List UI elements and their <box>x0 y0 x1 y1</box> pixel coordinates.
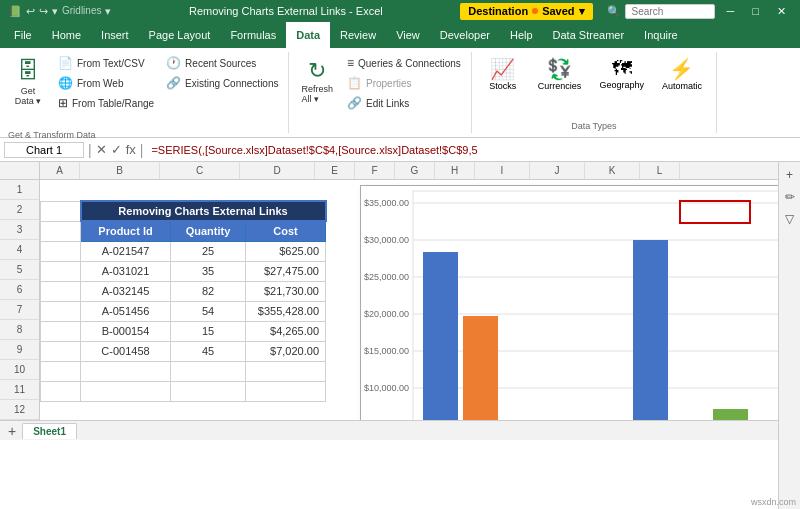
minimize-button[interactable]: ─ <box>721 5 741 18</box>
tab-formulas[interactable]: Formulas <box>220 22 286 48</box>
tab-page-layout[interactable]: Page Layout <box>139 22 221 48</box>
toolbar-dropdown[interactable]: ▾ <box>105 5 111 18</box>
add-sheet-button[interactable]: + <box>4 423 20 439</box>
product-id-5[interactable]: B-000154 <box>81 321 171 341</box>
product-id-2[interactable]: A-031021 <box>81 261 171 281</box>
tab-home[interactable]: Home <box>42 22 91 48</box>
title-bar: 📗 ↩ ↪ ▾ Gridlines ▾ Removing Charts Exte… <box>0 0 800 22</box>
chart-styles-button[interactable]: ✏ <box>781 188 799 206</box>
geography-label: Geography <box>599 80 644 90</box>
cost-4[interactable]: $355,428.00 <box>246 301 326 321</box>
chart-container[interactable]: $35,000.00 $30,000.00 $25,000.00 $20,000… <box>360 185 778 420</box>
currencies-button[interactable]: 💱 Currencies <box>530 54 590 94</box>
name-box[interactable] <box>4 142 84 158</box>
from-web-button[interactable]: 🌐 From Web <box>54 74 158 92</box>
existing-connections-button[interactable]: 🔗 Existing Connections <box>162 74 282 92</box>
empty-cell[interactable] <box>41 361 81 381</box>
bar-2[interactable] <box>463 316 498 420</box>
tab-review[interactable]: Review <box>330 22 386 48</box>
bar-5[interactable] <box>633 240 668 420</box>
qty-1[interactable]: 25 <box>171 241 246 261</box>
product-id-6[interactable]: C-001458 <box>81 341 171 361</box>
col-header-d: D <box>240 162 315 179</box>
confirm-formula-icon[interactable]: ✓ <box>111 142 122 157</box>
geography-button[interactable]: 🗺 Geography <box>591 54 652 94</box>
search-input[interactable] <box>625 4 715 19</box>
from-text-csv-button[interactable]: 📄 From Text/CSV <box>54 54 158 72</box>
empty-cell[interactable] <box>41 281 81 301</box>
formula-input[interactable] <box>147 143 796 157</box>
insert-function-icon[interactable]: fx <box>126 142 136 157</box>
grid-area[interactable]: Removing Charts External Links Product I… <box>40 180 778 420</box>
tab-data-streamer[interactable]: Data Streamer <box>543 22 635 48</box>
product-id-4[interactable]: A-051456 <box>81 301 171 321</box>
sheet-tabs: + Sheet1 <box>0 420 778 440</box>
data-table: Removing Charts External Links Product I… <box>40 200 327 402</box>
cost-2[interactable]: $27,475.00 <box>246 261 326 281</box>
refresh-icon: ↻ <box>308 58 326 84</box>
qty-6[interactable]: 45 <box>171 341 246 361</box>
tab-view[interactable]: View <box>386 22 430 48</box>
cost-6[interactable]: $7,020.00 <box>246 341 326 361</box>
quick-access-icon[interactable]: ▾ <box>52 5 58 18</box>
empty-cell[interactable] <box>81 361 171 381</box>
col-header-a: A <box>40 162 80 179</box>
empty-cell[interactable] <box>41 241 81 261</box>
tab-developer[interactable]: Developer <box>430 22 500 48</box>
empty-cell[interactable] <box>41 381 81 401</box>
empty-cell[interactable] <box>41 201 81 221</box>
destination-badge[interactable]: Destination Saved ▾ <box>460 3 592 20</box>
close-button[interactable]: ✕ <box>771 5 792 18</box>
cost-5[interactable]: $4,265.00 <box>246 321 326 341</box>
qty-3[interactable]: 82 <box>171 281 246 301</box>
empty-cell[interactable] <box>41 221 81 241</box>
product-id-3[interactable]: A-032145 <box>81 281 171 301</box>
empty-cell[interactable] <box>171 381 246 401</box>
from-table-button[interactable]: ⊞ From Table/Range <box>54 94 158 112</box>
tab-file[interactable]: File <box>4 22 42 48</box>
queries-connections-button[interactable]: ≡ Queries & Connections <box>343 54 465 72</box>
recent-sources-button[interactable]: 🕐 Recent Sources <box>162 54 282 72</box>
destination-arrow[interactable]: ▾ <box>579 5 585 18</box>
redo-icon[interactable]: ↪ <box>39 5 48 18</box>
automatic-button[interactable]: ⚡ Automatic <box>654 54 710 94</box>
empty-cell[interactable] <box>171 361 246 381</box>
maximize-button[interactable]: □ <box>746 5 765 18</box>
empty-cell[interactable] <box>41 261 81 281</box>
cancel-formula-icon[interactable]: ✕ <box>96 142 107 157</box>
chart-elements-button[interactable]: + <box>781 166 799 184</box>
cost-3[interactable]: $21,730.00 <box>246 281 326 301</box>
get-data-button[interactable]: 🗄 GetData ▾ <box>6 54 50 110</box>
chart-filters-button[interactable]: ▽ <box>781 210 799 228</box>
empty-cell[interactable] <box>41 321 81 341</box>
qty-4[interactable]: 54 <box>171 301 246 321</box>
col-header-h: H <box>435 162 475 179</box>
qty-5[interactable]: 15 <box>171 321 246 341</box>
properties-label: Properties <box>366 78 412 89</box>
tab-help[interactable]: Help <box>500 22 543 48</box>
empty-cell[interactable] <box>41 301 81 321</box>
bar-6[interactable] <box>713 409 748 420</box>
sheet-tab-sheet1[interactable]: Sheet1 <box>22 423 77 439</box>
row-header-11: 11 <box>0 380 39 400</box>
undo-icon[interactable]: ↩ <box>26 5 35 18</box>
empty-cell[interactable] <box>81 381 171 401</box>
cost-header: Cost <box>246 221 326 241</box>
edit-links-button[interactable]: 🔗 Edit Links <box>343 94 465 112</box>
qty-2[interactable]: 35 <box>171 261 246 281</box>
empty-cell[interactable] <box>246 381 326 401</box>
empty-cell[interactable] <box>41 341 81 361</box>
refresh-all-button[interactable]: ↻ RefreshAll ▾ <box>295 54 339 108</box>
table-row: C-001458 45 $7,020.00 <box>41 341 326 361</box>
tab-insert[interactable]: Insert <box>91 22 139 48</box>
empty-cell[interactable] <box>246 361 326 381</box>
corner-cell <box>0 162 40 179</box>
properties-button[interactable]: 📋 Properties <box>343 74 465 92</box>
stocks-button[interactable]: 📈 Stocks <box>478 54 528 94</box>
tab-inquire[interactable]: Inquire <box>634 22 688 48</box>
cost-1[interactable]: $625.00 <box>246 241 326 261</box>
product-id-1[interactable]: A-021547 <box>81 241 171 261</box>
col-header-b: B <box>80 162 160 179</box>
bar-1[interactable] <box>423 252 458 420</box>
tab-data[interactable]: Data <box>286 22 330 48</box>
